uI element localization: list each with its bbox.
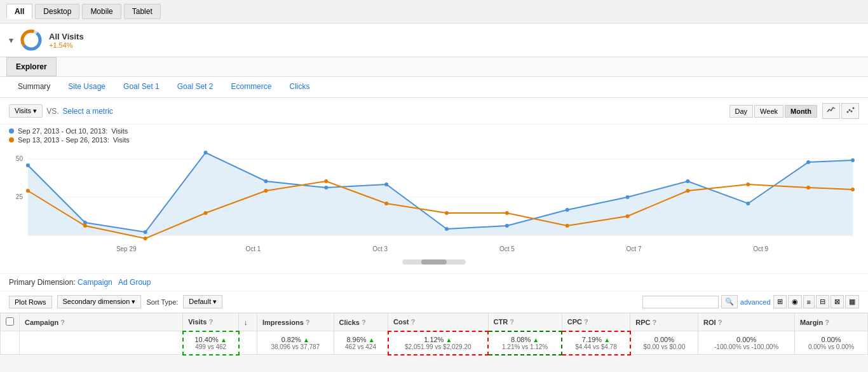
th-campaign: Campaign ? — [20, 313, 183, 331]
th-visits[interactable]: Visits ? — [183, 313, 239, 331]
search-btn[interactable]: 🔍 — [721, 295, 738, 308]
explorer-bar: Explorer — [0, 57, 868, 77]
visits-cell: 10.40% ▲ 499 vs 462 — [189, 336, 233, 350]
tab-desktop[interactable]: Desktop — [35, 4, 79, 19]
view-pivot-btn[interactable]: ⊟ — [816, 295, 829, 308]
th-cost[interactable]: Cost ? — [388, 313, 489, 331]
svg-point-3 — [847, 111, 849, 113]
svg-point-35 — [445, 211, 449, 215]
svg-point-24 — [686, 179, 689, 183]
advanced-link[interactable]: advanced — [740, 298, 771, 306]
svg-point-33 — [324, 179, 328, 183]
margin-sub: 0.00% vs 0.00% — [808, 343, 854, 350]
svg-point-23 — [626, 195, 630, 199]
svg-text:50: 50 — [16, 155, 24, 162]
metric-select: Visits ▾ VS. Select a metric — [9, 104, 113, 118]
tab-ecommerce[interactable]: Ecommerce — [222, 77, 280, 97]
th-cpc[interactable]: CPC ? — [562, 313, 630, 331]
svg-point-28 — [26, 189, 30, 193]
svg-point-6 — [853, 107, 855, 109]
nav-tab-bar: Summary Site Usage Goal Set 1 Goal Set 2… — [0, 77, 868, 98]
line-chart-btn[interactable] — [822, 103, 840, 119]
tab-summary[interactable]: Summary — [9, 77, 59, 97]
th-margin[interactable]: Margin ? — [795, 313, 868, 331]
plot-rows-btn[interactable]: Plot Rows — [9, 296, 52, 308]
view-pie-btn[interactable]: ◉ — [788, 295, 802, 308]
scatter-chart-icon — [846, 106, 855, 114]
svg-text:25: 25 — [16, 193, 24, 200]
sort-dropdown-icon: ▾ — [213, 298, 217, 305]
tab-goal-set-2[interactable]: Goal Set 2 — [168, 77, 222, 97]
week-btn[interactable]: Week — [754, 105, 783, 118]
visits-pct-value: 10.40% ▲ — [195, 336, 227, 343]
tab-site-usage[interactable]: Site Usage — [59, 77, 114, 97]
svg-point-26 — [806, 160, 810, 164]
svg-point-21 — [505, 224, 509, 228]
tab-all[interactable]: All — [6, 4, 32, 19]
svg-point-36 — [505, 211, 509, 215]
search-input[interactable] — [642, 296, 719, 308]
rpc-sub: $0.00 vs $0.00 — [644, 343, 686, 350]
line-chart-icon — [827, 106, 836, 114]
svg-point-38 — [626, 214, 630, 218]
view-grid-btn[interactable]: ⊞ — [773, 295, 787, 308]
rpc-help-icon: ? — [653, 319, 657, 326]
view-list-btn[interactable]: ≡ — [803, 295, 815, 308]
th-sort-arrow[interactable]: ↓ — [239, 313, 257, 331]
metric-dropdown[interactable]: Visits ▾ — [9, 104, 43, 118]
secondary-dimension-label: Secondary — [63, 298, 97, 305]
th-impressions[interactable]: Impressions ? — [257, 313, 334, 331]
svg-point-40 — [746, 183, 750, 186]
cost-cell: 1.12% ▲ $2,051.99 vs $2,029.20 — [394, 336, 483, 350]
svg-point-13 — [26, 163, 30, 167]
tab-clicks[interactable]: Clicks — [280, 77, 318, 97]
svg-point-34 — [384, 202, 388, 205]
sort-default-dropdown[interactable]: Default ▾ — [183, 295, 222, 308]
row-cost: 1.12% ▲ $2,051.99 vs $2,029.20 — [388, 331, 489, 355]
cpc-help-icon: ? — [584, 318, 588, 326]
chevron-icon[interactable]: ▾ — [9, 35, 13, 45]
month-btn[interactable]: Month — [785, 105, 817, 118]
svg-point-5 — [851, 111, 853, 113]
select-all-checkbox[interactable] — [6, 317, 14, 326]
th-ctr[interactable]: CTR ? — [488, 313, 562, 331]
tab-mobile[interactable]: Mobile — [82, 4, 121, 19]
svg-text:Oct 7: Oct 7 — [627, 245, 642, 252]
sort-default-label: Default — [189, 298, 211, 305]
secondary-dimension-dropdown[interactable]: Secondary dimension ▾ — [57, 295, 142, 308]
impressions-sub: 38,096 vs 37,787 — [271, 343, 320, 350]
legend-date-2: Sep 13, 2013 - Sep 26, 2013: — [18, 136, 109, 144]
row-ctr: 8.08% ▲ 1.21% vs 1.12% — [488, 331, 562, 355]
th-rpc[interactable]: RPC ? — [630, 313, 698, 331]
day-btn[interactable]: Day — [729, 105, 754, 118]
primary-dim-label: Primary Dimension: — [9, 278, 76, 287]
explorer-tab[interactable]: Explorer — [6, 57, 57, 76]
table-row: 10.40% ▲ 499 vs 462 0.82% ▲ — [1, 331, 868, 355]
row-roi: 0.00% -100.00% vs -100.00% — [698, 331, 795, 355]
clicks-pct-value: 8.96% ▲ — [346, 336, 374, 343]
svg-point-4 — [849, 109, 851, 111]
row-clicks: 8.96% ▲ 462 vs 424 — [334, 331, 388, 355]
select-metric-link[interactable]: Select a metric — [63, 107, 113, 116]
sort-type-label: Sort Type: — [146, 298, 178, 306]
tab-tablet[interactable]: Tablet — [124, 4, 161, 19]
svg-rect-50 — [421, 259, 447, 265]
view-compare-btn[interactable]: ⊠ — [831, 295, 844, 308]
tab-goal-set-1[interactable]: Goal Set 1 — [114, 77, 168, 97]
legend-dot-orange — [9, 137, 14, 142]
chart-type-btns — [822, 103, 859, 119]
cost-arrow: ▲ — [445, 336, 452, 343]
scatter-chart-btn[interactable] — [841, 103, 859, 119]
ad-group-link[interactable]: Ad Group — [118, 278, 151, 287]
th-clicks[interactable]: Clicks ? — [334, 313, 388, 331]
legend-label-1: Visits — [111, 127, 128, 135]
row-impressions: 0.82% ▲ 38,096 vs 37,787 — [257, 331, 334, 355]
svg-text:Oct 9: Oct 9 — [753, 245, 768, 252]
cost-pct-value: 1.12% ▲ — [424, 336, 452, 343]
th-roi[interactable]: ROI ? — [698, 313, 795, 331]
campaign-link[interactable]: Campaign — [78, 278, 112, 287]
svg-point-41 — [806, 186, 810, 189]
view-bar-btn[interactable]: ▦ — [845, 295, 859, 308]
cpc-pct-value: 7.19% ▲ — [582, 336, 610, 343]
svg-point-42 — [851, 188, 855, 191]
